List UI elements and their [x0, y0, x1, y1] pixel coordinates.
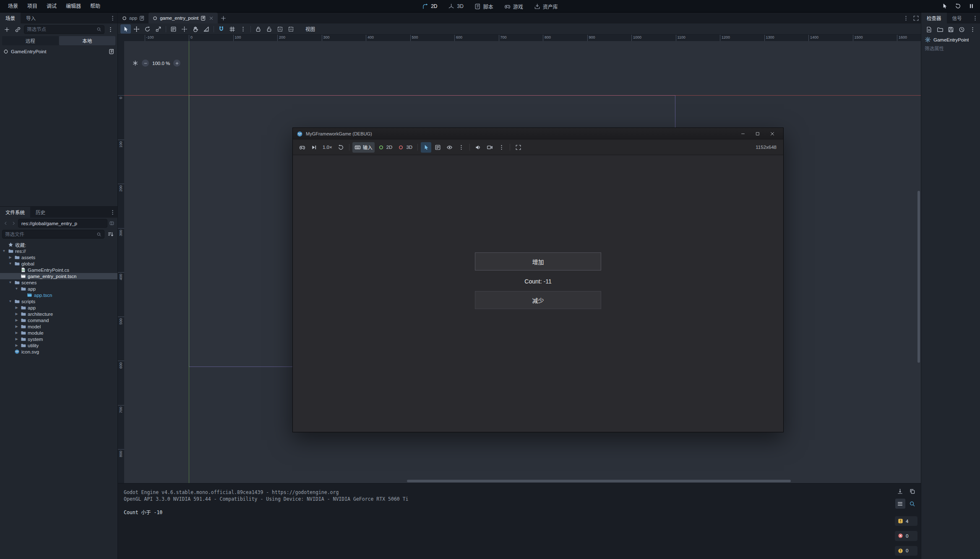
view-menu[interactable]: 视图 — [302, 26, 319, 32]
lock-button[interactable] — [253, 24, 263, 34]
expand-arrow-icon[interactable]: ▼ — [8, 281, 13, 284]
group-button[interactable] — [275, 24, 285, 34]
menu-scene[interactable]: 场景 — [3, 0, 23, 13]
copy-log-button[interactable] — [907, 486, 917, 496]
scrollbar-thumb[interactable] — [917, 191, 920, 363]
remote-tab[interactable]: 远程 — [2, 36, 59, 45]
inspector-dock-tab[interactable]: 检查器 — [921, 13, 947, 23]
context-game[interactable]: 游戏 — [499, 0, 528, 13]
context-2d[interactable]: 2D — [417, 0, 442, 13]
mute-audio-button[interactable] — [473, 142, 483, 153]
decrease-button[interactable]: 减少 — [475, 291, 601, 309]
toggle-split-mode-button[interactable] — [108, 219, 115, 228]
current-path-input[interactable] — [21, 221, 104, 226]
expand-arrow-icon[interactable]: ▶ — [14, 325, 19, 328]
output-log[interactable]: Godot Engine v4.6.stable.mono.official.8… — [118, 484, 891, 559]
expand-arrow-icon[interactable]: ▶ — [14, 344, 19, 347]
menu-editor[interactable]: 编辑器 — [61, 0, 86, 13]
fs-item[interactable]: ▶assets — [0, 254, 117, 260]
center-view-button[interactable] — [132, 60, 138, 67]
inspected-node-row[interactable]: GameEntryPoint — [921, 35, 980, 44]
fs-item[interactable]: game_entry_point.tscn — [0, 273, 117, 279]
pause-game-button[interactable] — [966, 1, 977, 12]
game-window-titlebar[interactable]: MyGFrameworkGame (DEBUG) — [293, 128, 783, 140]
snap-options-menu[interactable] — [238, 24, 248, 34]
grid-snap-toggle[interactable] — [227, 24, 237, 34]
fs-item[interactable]: ▼app — [0, 286, 117, 292]
resource-new-button[interactable] — [925, 25, 933, 34]
select-tool[interactable] — [120, 24, 131, 34]
inspector-dock-tab[interactable]: 信号 — [947, 13, 967, 23]
pick-mode-button[interactable] — [421, 142, 431, 153]
pivot-tool[interactable] — [179, 24, 190, 34]
ungroup-button[interactable] — [286, 24, 296, 34]
smart-snap-toggle[interactable] — [216, 24, 227, 34]
fs-item[interactable]: ▶system — [0, 336, 117, 342]
expand-arrow-icon[interactable]: ▼ — [8, 262, 13, 265]
debug-session-button[interactable] — [297, 142, 308, 153]
camera-options-menu[interactable] — [496, 142, 507, 153]
zoom-out-button[interactable] — [142, 60, 149, 67]
reset-speed-button[interactable] — [336, 142, 346, 153]
file-sort-button[interactable] — [106, 230, 115, 239]
expand-arrow-icon[interactable]: ▼ — [2, 250, 6, 253]
save-log-button[interactable] — [895, 486, 905, 496]
expand-arrow-icon[interactable]: ▶ — [14, 319, 19, 322]
property-filter-input[interactable] — [925, 46, 977, 51]
fs-item[interactable]: ▶utility — [0, 342, 117, 348]
scene-tabs-menu[interactable] — [901, 13, 911, 23]
fs-item[interactable]: app.tscn — [0, 292, 117, 298]
viewport-vertical-scrollbar[interactable] — [917, 41, 921, 483]
debugger-errors-badge[interactable]: 4 — [895, 516, 917, 526]
next-frame-button[interactable] — [309, 142, 319, 153]
instance-scene-button[interactable] — [13, 25, 23, 34]
expand-arrow-icon[interactable]: ▼ — [14, 287, 19, 291]
selection-list-button[interactable] — [433, 142, 443, 153]
fs-item[interactable]: ▼global — [0, 260, 117, 267]
close-tab-button[interactable] — [208, 15, 214, 21]
add-node-button[interactable] — [2, 25, 12, 34]
scrollbar-thumb[interactable] — [407, 480, 791, 482]
new-scene-tab-button[interactable] — [218, 13, 229, 23]
fs-item[interactable]: ▶module — [0, 330, 117, 336]
menu-project[interactable]: 项目 — [23, 0, 42, 13]
ruler-tool[interactable] — [201, 24, 211, 34]
filesystem-dock-options-menu[interactable] — [107, 207, 117, 218]
minimize-button[interactable] — [735, 128, 750, 140]
scale-tool[interactable] — [153, 24, 164, 34]
context-3d[interactable]: 3D — [443, 0, 468, 13]
speed-menu[interactable]: 1.0× — [321, 142, 334, 153]
fs-item[interactable]: ▼res:// — [0, 248, 117, 254]
fs-item[interactable]: ▶model — [0, 323, 117, 330]
expand-arrow-icon[interactable]: ▶ — [14, 312, 19, 316]
scene-dock-menu[interactable] — [106, 25, 115, 34]
pan-tool[interactable] — [190, 24, 201, 34]
view-options-menu[interactable] — [456, 142, 467, 153]
resource-load-button[interactable] — [936, 25, 944, 34]
history-button[interactable] — [957, 25, 966, 34]
expand-arrow-icon[interactable]: ▼ — [8, 300, 13, 303]
maximize-button[interactable] — [750, 128, 765, 140]
scene-tab[interactable]: app — [118, 13, 149, 23]
warnings-badge[interactable]: 0 — [895, 546, 917, 556]
expand-arrow-icon[interactable]: ▶ — [14, 331, 19, 335]
scene-dock-tab[interactable]: 导入 — [21, 13, 41, 23]
inspector-dock-options-menu[interactable] — [970, 13, 980, 23]
fs-item[interactable]: 收藏: — [0, 242, 117, 248]
scene-filter-input[interactable] — [27, 27, 95, 32]
zoom-in-button[interactable] — [173, 60, 180, 67]
fs-item[interactable]: icon.svg — [0, 348, 117, 355]
pick-and-select-button[interactable] — [939, 1, 950, 12]
embed-fullscreen-button[interactable] — [513, 142, 524, 153]
history-forward-button[interactable] — [10, 219, 17, 228]
context-assetlib[interactable]: 资产库 — [529, 0, 563, 13]
fs-item[interactable]: C#GameEntryPoint.cs — [0, 267, 117, 273]
unlock-button[interactable] — [264, 24, 274, 34]
fs-item[interactable]: ▶app — [0, 304, 117, 311]
fs-item[interactable]: ▶architecture — [0, 311, 117, 317]
rotate-tool[interactable] — [142, 24, 153, 34]
move-tool[interactable] — [131, 24, 142, 34]
scene-dock-tab[interactable]: 场景 — [0, 13, 21, 23]
context-script[interactable]: 脚本 — [469, 0, 498, 13]
file-filter-input[interactable] — [5, 232, 95, 237]
